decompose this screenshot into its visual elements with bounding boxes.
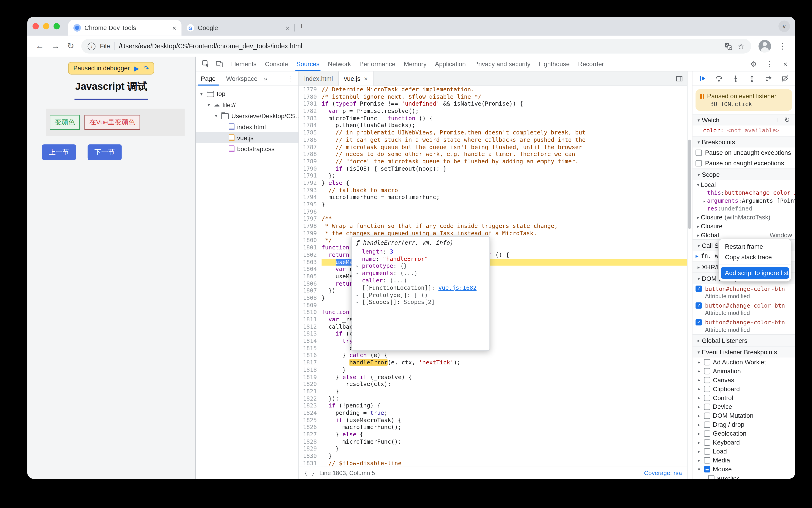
line-number[interactable]: 1821 [299,388,322,395]
caret-down-icon[interactable]: ▾ [697,466,702,472]
site-info-icon[interactable]: i [88,42,96,50]
line-number[interactable]: 1791 [299,172,322,179]
devtools-tab-console[interactable]: Console [261,57,292,71]
line-number[interactable]: 1782 [299,108,322,115]
caret-right-icon[interactable]: ▸ [697,449,702,454]
popup-property-prototype[interactable]: ▸[[Prototype]]: ƒ () [356,292,485,299]
caret-right-icon[interactable]: ▸ [356,299,362,306]
line-number[interactable]: 1824 [299,410,322,417]
code-line-1791[interactable]: 1791 }; [299,172,687,179]
code-line-1796[interactable]: 1796 [299,208,687,215]
tab-close-icon[interactable]: × [286,24,289,32]
menu-item-restart-frame[interactable]: Restart frame [719,242,791,252]
line-number[interactable]: 1827 [299,431,322,438]
url-text[interactable]: /Users/eve/Desktop/CS/Frontend/chrome_de… [119,43,720,50]
step-out-button[interactable] [748,75,756,82]
line-number[interactable]: 1820 [299,381,322,388]
devtools-tab-lighthouse[interactable]: Lighthouse [535,57,574,71]
dom-breakpoint-2[interactable]: button#change-color-btnAttribute modifie… [692,301,795,318]
checkbox[interactable] [704,421,710,428]
line-number[interactable]: 1823 [299,402,322,409]
close-devtools-icon[interactable]: × [778,59,792,68]
resume-button[interactable] [699,75,707,82]
coverage-link[interactable]: Coverage: n/a [644,470,682,476]
caret-right-icon[interactable]: ▸ [697,386,702,391]
next-lesson-button[interactable]: 下一节 [88,144,122,160]
code-line-1819[interactable]: 1819 } else if (_resolve) { [299,374,687,381]
scrollbar-thumb[interactable] [688,140,691,229]
line-number[interactable]: 1798 [299,223,322,230]
change-color-vue-button[interactable]: 在Vue里变颜色 [85,115,140,130]
event-category-media[interactable]: ▸Media [692,456,795,464]
code-line-1827[interactable]: 1827 } else { [299,431,687,438]
scope-variable-this[interactable]: this: button#change_color_i [692,189,795,197]
tab-search-button[interactable]: ∨ [778,20,790,32]
checkbox[interactable] [704,394,710,401]
line-number[interactable]: 1811 [299,316,322,323]
line-number[interactable]: 1829 [299,445,322,452]
event-category-dom-mutation[interactable]: ▸DOM Mutation [692,411,795,420]
devtools-tab-performance[interactable]: Performance [355,57,399,71]
reload-icon[interactable]: ↻ [67,42,74,50]
checkbox[interactable] [704,466,710,472]
device-toolbar-icon[interactable] [212,60,226,68]
browser-tab-chrome-dev-tools[interactable]: Chrome Dev Tools× [68,20,182,36]
devtools-tab-sources[interactable]: Sources [292,57,324,71]
line-number[interactable]: 1783 [299,115,322,122]
code-line-1799[interactable]: 1799 * the changes are queued using a Ta… [299,230,687,237]
profile-avatar[interactable] [758,40,771,52]
line-number[interactable]: 1793 [299,187,322,194]
devtools-tab-network[interactable]: Network [324,57,355,71]
code-line-1785[interactable]: 1785 // in problematic UIWebViews, Promi… [299,129,687,136]
code-line-1822[interactable]: 1822 }); [299,395,687,402]
minimize-window-button[interactable] [43,23,49,30]
bookmark-star-icon[interactable]: ☆ [737,41,745,51]
line-number[interactable]: 1789 [299,158,322,165]
caret-right-icon[interactable]: ▸ [697,395,702,400]
popup-property-arguments[interactable]: ▸arguments: (...) [356,270,485,278]
line-number[interactable]: 1831 [299,460,322,467]
caret-right-icon[interactable]: ▸ [697,368,702,374]
line-number[interactable]: 1801 [299,244,322,251]
checkbox[interactable] [704,385,710,392]
translate-icon[interactable]: A [724,42,732,50]
checkbox[interactable] [704,368,710,374]
caret-right-icon[interactable]: ▸ [702,198,707,203]
caret-right-icon[interactable]: ▸ [697,404,702,409]
settings-gear-icon[interactable]: ⚙ [747,59,761,68]
checkbox[interactable] [696,160,702,167]
more-tabs-icon[interactable]: » [264,75,267,82]
code-line-1831[interactable]: 1831 // $flow-disable-line [299,460,687,467]
add-watch-icon[interactable]: + [775,116,779,124]
code-line-1818[interactable]: 1818 } [299,366,687,373]
caret-right-icon[interactable]: ▸ [697,377,702,382]
breakpoint-option-pause-on-caught-exceptions[interactable]: Pause on caught exceptions [692,158,795,169]
close-file-tab-icon[interactable]: × [364,75,368,82]
tree-item-bootstrap-css[interactable]: bootstrap.css [196,143,298,154]
line-number[interactable]: 1804 [299,266,322,273]
line-number[interactable]: 1796 [299,208,322,215]
dom-breakpoint-3[interactable]: button#change-color-btnAttribute modifie… [692,318,795,334]
line-number[interactable]: 1787 [299,143,322,151]
line-number[interactable]: 1816 [299,352,322,359]
code-line-1795[interactable]: 1795} [299,201,687,208]
change-color-button[interactable]: 变颜色 [50,115,80,130]
line-number[interactable]: 1786 [299,136,322,143]
code-line-1784[interactable]: 1784 p.then(flushCallbacks); [299,122,687,129]
code-line-1790[interactable]: 1790 if (isIOS) { setTimeout(noop); } [299,165,687,172]
checkbox[interactable] [704,377,710,383]
line-number[interactable]: 1779 [299,86,322,93]
browser-menu-icon[interactable]: ⋮ [778,42,787,50]
checkbox[interactable] [696,286,702,292]
line-number[interactable]: 1785 [299,129,322,136]
line-number[interactable]: 1817 [299,359,322,366]
code-line-1789[interactable]: 1789 // "force" the microtask queue to b… [299,158,687,165]
refresh-watch-icon[interactable]: ↻ [784,116,790,124]
line-number[interactable]: 1802 [299,251,322,258]
step-over-button[interactable] [715,75,723,82]
event-category-canvas[interactable]: ▸Canvas [692,375,795,384]
caret-right-icon[interactable]: ▸ [697,422,702,427]
checkbox[interactable] [704,439,710,446]
line-number[interactable]: 1822 [299,395,322,402]
watch-expression[interactable]: color: <not available> [692,126,795,136]
